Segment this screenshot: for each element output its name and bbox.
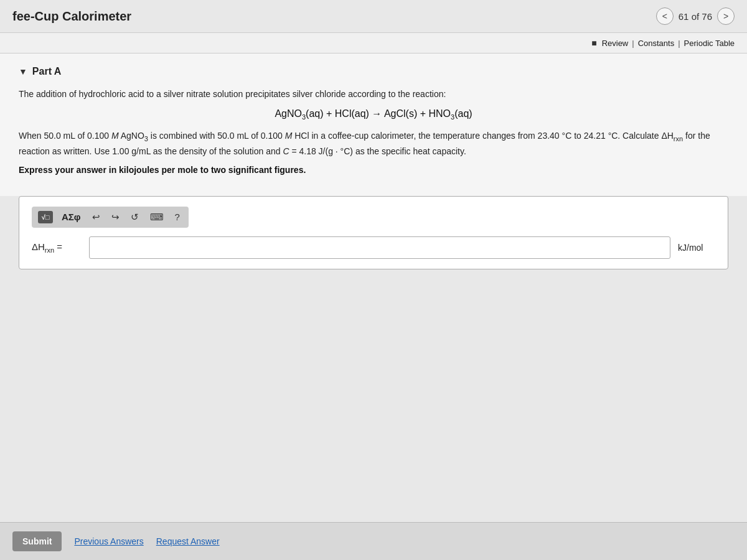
resource-bar: ■ Review | Constants | Periodic Table xyxy=(0,33,747,54)
main-container: fee-Cup Calorimeter < 61 of 76 > ■ Revie… xyxy=(0,0,747,560)
math-editor-icon[interactable]: √□ xyxy=(38,211,53,223)
sep2: | xyxy=(678,39,680,48)
prev-page-button[interactable]: < xyxy=(656,7,674,25)
previous-answers-button[interactable]: Previous Answers xyxy=(74,536,143,546)
part-header: ▼ Part A xyxy=(19,66,728,77)
redo-button[interactable]: ↪ xyxy=(109,210,122,224)
keyboard-button[interactable]: ⌨ xyxy=(148,210,166,224)
input-row: ΔHrxn = kJ/mol xyxy=(32,236,715,259)
submit-button[interactable]: Submit xyxy=(12,531,62,551)
answer-container: √□ ΑΣφ ↩ ↪ ↺ ⌨ ? ΔHrxn = kJ/mol xyxy=(19,196,728,269)
next-page-button[interactable]: > xyxy=(717,7,735,25)
page-title: fee-Cup Calorimeter xyxy=(12,9,131,24)
problem-intro: The addition of hydrochloric acid to a s… xyxy=(19,87,728,101)
resource-icon: ■ xyxy=(591,38,596,48)
toolbar: √□ ΑΣφ ↩ ↪ ↺ ⌨ ? xyxy=(32,207,189,228)
constants-link[interactable]: Constants xyxy=(638,39,675,48)
content-area: ▼ Part A The addition of hydrochloric ac… xyxy=(0,54,747,196)
nav-controls: < 61 of 76 > xyxy=(656,7,735,25)
symbol-button[interactable]: ΑΣφ xyxy=(59,210,83,223)
page-indicator: 61 of 76 xyxy=(679,11,712,22)
unit-label: kJ/mol xyxy=(678,243,715,253)
top-bar: fee-Cup Calorimeter < 61 of 76 > xyxy=(0,0,747,33)
chemical-equation: AgNO3(aq) + HCl(aq) → AgCl(s) + HNO3(aq) xyxy=(19,108,728,121)
sep1: | xyxy=(632,39,634,48)
bottom-bar: Submit Previous Answers Request Answer xyxy=(0,522,747,560)
refresh-button[interactable]: ↺ xyxy=(128,210,141,224)
help-button[interactable]: ? xyxy=(172,210,182,223)
answer-input[interactable] xyxy=(89,236,670,259)
collapse-arrow-icon[interactable]: ▼ xyxy=(19,67,27,77)
request-answer-button[interactable]: Request Answer xyxy=(156,536,220,546)
problem-detail: When 50.0 mL of 0.100 M AgNO3 is combine… xyxy=(19,129,728,159)
periodic-table-link[interactable]: Periodic Table xyxy=(684,39,735,48)
review-link[interactable]: Review xyxy=(602,39,629,48)
delta-h-label: ΔHrxn = xyxy=(32,241,82,254)
part-label: Part A xyxy=(32,66,62,77)
undo-button[interactable]: ↩ xyxy=(90,210,103,224)
bold-instruction: Express your answer in kilojoules per mo… xyxy=(19,165,728,175)
